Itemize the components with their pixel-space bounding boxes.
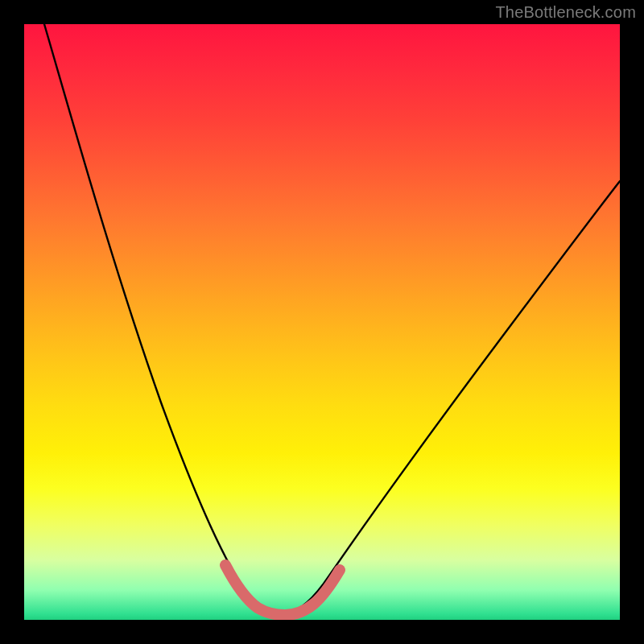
watermark-text: TheBottleneck.com [495, 3, 636, 22]
plot-area [24, 24, 620, 620]
optimal-range-highlight [225, 565, 340, 615]
bottleneck-curve-line [44, 24, 620, 614]
chart-frame: TheBottleneck.com [0, 0, 644, 644]
curve-layer [24, 24, 620, 620]
